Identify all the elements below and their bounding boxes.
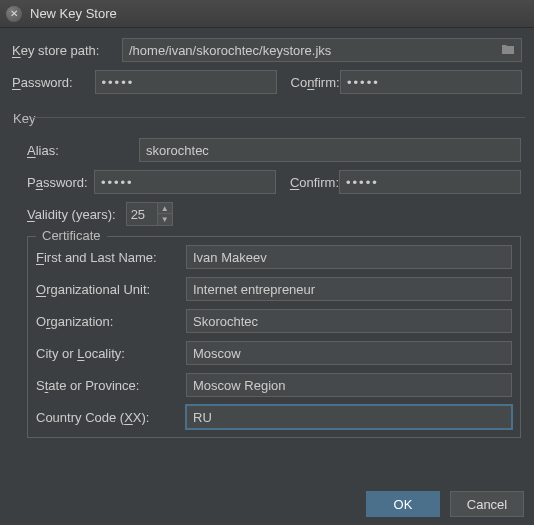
validity-label: Validity (years): <box>27 207 116 222</box>
key-section: Key Alias: Password: Confirm: Validity (… <box>12 102 522 439</box>
keystore-path-value: /home/ivan/skorochtec/keystore.jks <box>129 43 331 58</box>
key-confirm-label: Confirm: <box>290 175 339 190</box>
folder-icon[interactable] <box>501 43 515 58</box>
certificate-legend: Certificate <box>36 228 107 243</box>
org-unit-input[interactable] <box>186 277 512 301</box>
state-label: State or Province: <box>36 378 186 393</box>
divider <box>31 117 525 118</box>
org-label: Organization: <box>36 314 186 329</box>
close-icon[interactable]: ✕ <box>6 6 22 22</box>
keystore-path-label: Key store path: <box>12 43 122 58</box>
alias-input[interactable] <box>139 138 521 162</box>
key-password-input[interactable] <box>94 170 276 194</box>
dialog-content: Key store path: /home/ivan/skorochtec/ke… <box>0 28 534 447</box>
org-input[interactable] <box>186 309 512 333</box>
confirm-label: Confirm: <box>291 75 341 90</box>
country-input[interactable] <box>186 405 512 429</box>
state-input[interactable] <box>186 373 512 397</box>
cancel-button[interactable]: Cancel <box>450 491 524 517</box>
city-input[interactable] <box>186 341 512 365</box>
first-last-label: First and Last Name: <box>36 250 186 265</box>
key-section-label: Key <box>13 111 35 126</box>
ok-button[interactable]: OK <box>366 491 440 517</box>
key-password-label: Password: <box>27 175 94 190</box>
city-label: City or Locality: <box>36 346 186 361</box>
country-label: Country Code (XX): <box>36 410 186 425</box>
password-label: Password: <box>12 75 95 90</box>
spinner-down-icon[interactable]: ▼ <box>158 214 172 225</box>
validity-input[interactable] <box>127 207 157 222</box>
keystore-path-field[interactable]: /home/ivan/skorochtec/keystore.jks <box>122 38 522 62</box>
alias-label: Alias: <box>27 143 139 158</box>
window-title: New Key Store <box>30 6 117 21</box>
first-last-input[interactable] <box>186 245 512 269</box>
titlebar: ✕ New Key Store <box>0 0 534 28</box>
certificate-fieldset: Certificate First and Last Name: Organiz… <box>27 236 521 438</box>
dialog-footer: OK Cancel <box>366 491 524 517</box>
spinner-up-icon[interactable]: ▲ <box>158 203 172 214</box>
org-unit-label: Organizational Unit: <box>36 282 186 297</box>
key-confirm-input[interactable] <box>339 170 521 194</box>
password-input[interactable] <box>95 70 277 94</box>
validity-spinner[interactable]: ▲ ▼ <box>126 202 173 226</box>
confirm-input[interactable] <box>340 70 522 94</box>
